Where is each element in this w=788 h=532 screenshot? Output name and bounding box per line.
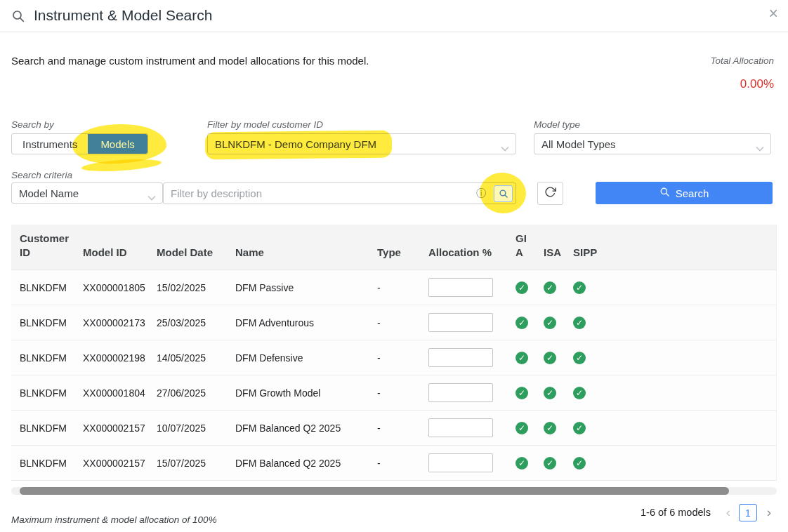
page-title: Instrument & Model Search — [34, 7, 212, 24]
allocation-note: Maximum instrument & model allocation of… — [11, 514, 217, 525]
cell-spacer — [607, 446, 776, 481]
horizontal-scrollbar-track[interactable] — [11, 487, 777, 495]
model-type-label: Model type — [534, 119, 580, 130]
customer-id-value: BLNKDFM - Demo Company DFM — [215, 138, 376, 150]
model-type-dropdown[interactable]: All Model Types — [534, 133, 771, 154]
check-icon: ✓ — [544, 281, 556, 294]
cell-model-date: 15/02/2025 — [148, 270, 227, 305]
check-icon: ✓ — [573, 387, 586, 399]
close-icon[interactable]: × — [769, 6, 778, 22]
chevron-down-icon — [501, 142, 509, 154]
col-spacer — [607, 225, 776, 270]
description-filter-input[interactable] — [164, 183, 516, 204]
cell-customer-id: BLNKDFM — [11, 340, 74, 375]
description-filter-field: ⓘ — [163, 182, 516, 204]
table-row: BLNKDFM XX000002157 15/07/2025 DFM Balan… — [11, 446, 776, 481]
description-text: Search and manage custom instrument and … — [11, 55, 369, 67]
search-by-label: Search by — [11, 119, 54, 130]
cell-isa: ✓ — [535, 270, 565, 305]
cell-gia: ✓ — [507, 340, 535, 375]
cell-sipp: ✓ — [565, 340, 607, 375]
col-isa: ISA — [535, 225, 565, 270]
table-row: BLNKDFM XX000002173 25/03/2025 DFM Adven… — [11, 305, 776, 340]
cell-gia: ✓ — [507, 270, 535, 305]
cell-model-id: XX000002157 — [74, 411, 148, 446]
search-criteria-value: Model Name — [19, 187, 79, 199]
table-header-row: Customer ID Model ID Model Date Name Typ… — [11, 225, 776, 270]
cell-isa: ✓ — [535, 305, 565, 340]
allocation-input[interactable] — [428, 278, 493, 297]
search-criteria-label: Search criteria — [11, 170, 72, 180]
cell-model-date: 27/06/2025 — [148, 375, 227, 411]
cell-isa: ✓ — [535, 375, 565, 411]
check-icon: ✓ — [573, 317, 586, 329]
allocation-input[interactable] — [428, 453, 493, 472]
search-criteria-dropdown[interactable]: Model Name — [11, 182, 163, 204]
check-icon: ✓ — [516, 281, 528, 294]
allocation-input[interactable] — [428, 348, 493, 367]
search-by-toggle: Instruments Models — [11, 133, 148, 154]
cell-type: - — [369, 340, 420, 375]
check-icon: ✓ — [573, 422, 586, 434]
check-icon: ✓ — [573, 457, 586, 470]
page-number-button[interactable]: 1 — [739, 504, 757, 521]
check-icon: ✓ — [516, 457, 528, 470]
cell-sipp: ✓ — [565, 411, 607, 446]
check-icon: ✓ — [544, 387, 556, 399]
cell-customer-id: BLNKDFM — [11, 375, 74, 411]
check-icon: ✓ — [544, 457, 556, 470]
table-row: BLNKDFM XX000002157 10/07/2025 DFM Balan… — [11, 411, 776, 446]
cell-customer-id: BLNKDFM — [11, 411, 74, 446]
refresh-button[interactable] — [537, 182, 563, 205]
cell-model-id: XX000002198 — [74, 340, 148, 375]
cell-type: - — [369, 411, 420, 446]
cell-customer-id: BLNKDFM — [11, 270, 74, 305]
check-icon: ✓ — [544, 352, 556, 364]
check-icon: ✓ — [573, 281, 586, 294]
cell-name: DFM Defensive — [227, 340, 369, 375]
check-icon: ✓ — [516, 317, 528, 329]
cell-model-date: 15/07/2025 — [148, 446, 227, 481]
customer-id-dropdown[interactable]: BLNKDFM - Demo Company DFM — [207, 133, 516, 154]
cell-gia: ✓ — [507, 446, 535, 481]
cell-isa: ✓ — [535, 411, 565, 446]
chevron-left-icon[interactable]: ‹ — [726, 505, 730, 520]
cell-model-date: 10/07/2025 — [148, 411, 227, 446]
cell-allocation — [420, 446, 507, 481]
cell-sipp: ✓ — [565, 446, 607, 481]
cell-model-date: 14/05/2025 — [148, 340, 227, 375]
allocation-input[interactable] — [428, 313, 493, 332]
cell-model-id: XX000002157 — [74, 446, 148, 481]
cell-allocation — [420, 340, 507, 375]
col-customer-id: Customer ID — [11, 225, 74, 270]
col-type: Type — [369, 225, 420, 270]
models-segment[interactable]: Models — [88, 134, 147, 154]
table-row: BLNKDFM XX000001804 27/06/2025 DFM Growt… — [11, 375, 776, 411]
customer-id-label: Filter by model customer ID — [207, 119, 323, 130]
cell-name: DFM Balanced Q2 2025 — [227, 446, 369, 481]
filter-search-button[interactable] — [494, 185, 513, 202]
info-icon: ⓘ — [476, 187, 486, 200]
allocation-input[interactable] — [428, 418, 493, 437]
model-type-value: All Model Types — [541, 138, 616, 150]
cell-customer-id: BLNKDFM — [11, 446, 74, 481]
cell-sipp: ✓ — [565, 305, 607, 340]
highlight-models-tail-annotation — [81, 157, 162, 173]
chevron-right-icon[interactable]: › — [767, 505, 771, 520]
cell-type: - — [369, 446, 420, 481]
col-gia: GIA — [507, 225, 535, 270]
cell-model-id: XX000002173 — [74, 305, 148, 340]
horizontal-scrollbar-thumb[interactable] — [20, 487, 729, 495]
instruments-segment[interactable]: Instruments — [12, 134, 88, 154]
col-name: Name — [227, 225, 369, 270]
cell-spacer — [607, 375, 776, 411]
cell-name: DFM Balanced Q2 2025 — [227, 411, 369, 446]
col-model-date: Model Date — [148, 225, 227, 270]
search-button[interactable]: Search — [596, 182, 773, 204]
cell-spacer — [607, 305, 776, 340]
col-model-id: Model ID — [74, 225, 148, 270]
allocation-input[interactable] — [428, 383, 493, 402]
search-button-label: Search — [676, 187, 709, 199]
search-icon — [659, 187, 670, 199]
cell-model-id: XX000001805 — [74, 270, 148, 305]
